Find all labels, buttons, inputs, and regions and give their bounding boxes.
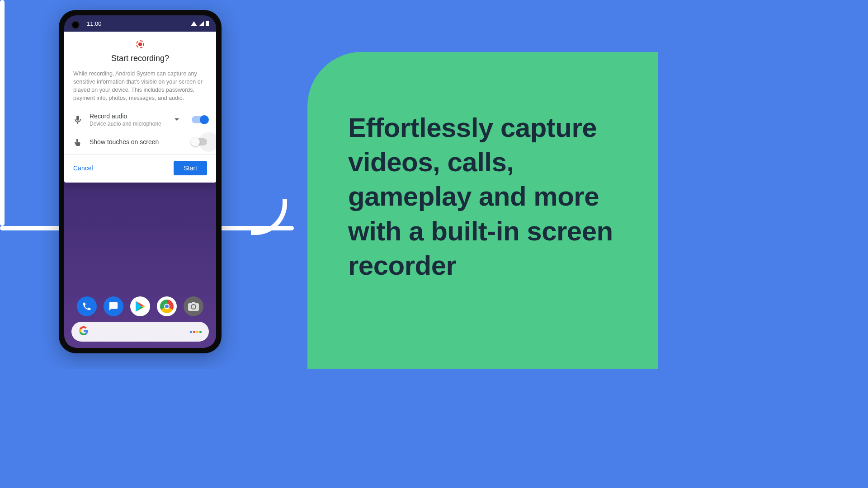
google-g-icon bbox=[79, 326, 89, 338]
record-icon-dot bbox=[138, 42, 142, 46]
status-time: 11:00 bbox=[87, 20, 102, 27]
touch-icon bbox=[73, 138, 82, 146]
recording-dialog: Start recording? While recording, Androi… bbox=[64, 32, 216, 183]
feature-panel: Effortlessly capture videos, calls, game… bbox=[307, 52, 658, 369]
battery-icon bbox=[206, 21, 209, 26]
show-touches-toggle[interactable] bbox=[192, 138, 207, 145]
messages-app-icon[interactable] bbox=[104, 296, 123, 316]
decorative-line-vertical bbox=[0, 0, 5, 226]
dialog-title: Start recording? bbox=[71, 54, 209, 63]
record-audio-row[interactable]: Record audio Device audio and microphone bbox=[64, 107, 216, 132]
home-dock bbox=[64, 296, 216, 316]
chevron-down-icon[interactable] bbox=[175, 118, 179, 121]
camera-app-icon[interactable] bbox=[184, 296, 203, 316]
show-touches-text: Show touches on screen bbox=[90, 138, 184, 145]
phone-frame: 11:00 Start recording? While recording, … bbox=[59, 10, 222, 353]
chrome-app-icon[interactable] bbox=[157, 296, 177, 316]
record-audio-toggle[interactable] bbox=[192, 116, 207, 123]
start-button[interactable]: Start bbox=[174, 161, 207, 175]
show-touches-label: Show touches on screen bbox=[90, 138, 184, 145]
camera-hole-icon bbox=[72, 22, 79, 28]
phone-screen: 11:00 Start recording? While recording, … bbox=[64, 15, 216, 348]
play-store-app-icon[interactable] bbox=[130, 296, 150, 316]
dialog-actions: Cancel Start bbox=[64, 155, 216, 183]
show-touches-row[interactable]: Show touches on screen bbox=[64, 132, 216, 151]
cancel-button[interactable]: Cancel bbox=[73, 164, 93, 172]
signal-icon bbox=[199, 21, 204, 26]
google-search-bar[interactable] bbox=[71, 322, 209, 342]
status-icons bbox=[191, 21, 209, 26]
dialog-body: While recording, Android System can capt… bbox=[64, 67, 216, 107]
status-bar: 11:00 bbox=[64, 15, 216, 32]
feature-headline: Effortlessly capture videos, calls, game… bbox=[348, 111, 637, 283]
assistant-icon[interactable] bbox=[190, 331, 202, 333]
dialog-header: Start recording? bbox=[64, 32, 216, 67]
phone-app-icon[interactable] bbox=[77, 296, 97, 316]
microphone-icon bbox=[73, 116, 82, 124]
record-audio-label: Record audio bbox=[90, 113, 167, 120]
wifi-icon bbox=[191, 21, 197, 26]
record-audio-sub: Device audio and microphone bbox=[90, 121, 167, 127]
record-icon bbox=[136, 40, 144, 48]
record-audio-text: Record audio Device audio and microphone bbox=[90, 113, 167, 127]
